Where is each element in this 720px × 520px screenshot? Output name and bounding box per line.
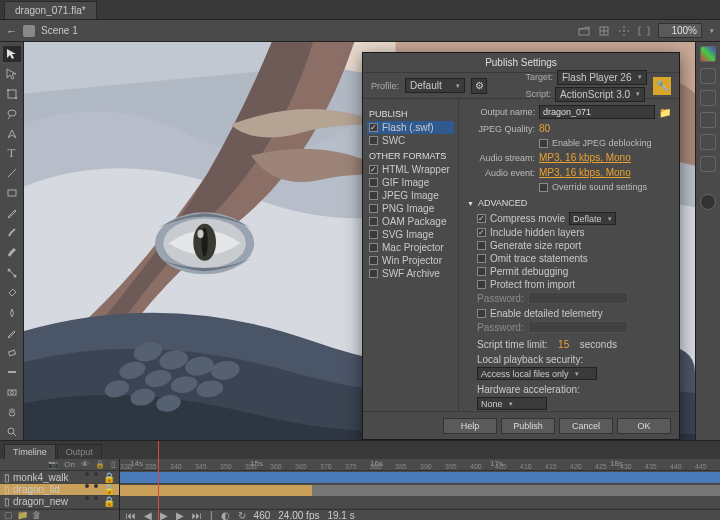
back-icon[interactable]: ← [6, 25, 17, 37]
format-html[interactable]: HTML Wrapper [367, 163, 454, 176]
cc-icon[interactable] [700, 194, 716, 210]
transform-tool[interactable] [3, 86, 21, 102]
new-layer-icon[interactable]: ▢ [4, 510, 13, 520]
file-tab[interactable]: dragon_071.fla* [4, 1, 97, 19]
align-icon[interactable] [700, 68, 716, 84]
info-icon[interactable] [700, 112, 716, 128]
compress-check[interactable] [477, 214, 486, 223]
text-tool[interactable]: T [3, 145, 21, 161]
eraser-tool[interactable] [3, 344, 21, 360]
zoom-input[interactable]: 100% [658, 23, 702, 38]
target-select[interactable]: Flash Player 26▾ [557, 70, 647, 85]
telemetry-check[interactable] [477, 309, 486, 318]
first-frame-icon[interactable]: ⏮ [126, 510, 136, 520]
layer-monk4-walk[interactable]: ▯monk4_walk🔒 [0, 471, 119, 483]
jpeg-deblock-check[interactable] [539, 139, 548, 148]
jpeg-quality-label: JPEG Quality: [467, 124, 535, 134]
format-oam[interactable]: OAM Package [367, 215, 454, 228]
camera-col-icon[interactable]: 📷 [48, 460, 58, 469]
size-report-check[interactable] [477, 241, 486, 250]
output-name-input[interactable]: dragon_071 [539, 105, 655, 119]
publish-button[interactable]: Publish [501, 418, 555, 434]
protect-check[interactable] [477, 280, 486, 289]
hw-accel-select[interactable]: None [477, 397, 547, 410]
hand-tool[interactable] [3, 404, 21, 420]
prev-frame-icon[interactable]: ◀ [144, 510, 152, 520]
brush2-tool[interactable] [3, 245, 21, 261]
zoom-dropdown-icon[interactable]: ▾ [710, 27, 714, 35]
profile-label: Profile: [371, 81, 399, 91]
pencil-tool[interactable] [3, 205, 21, 221]
format-gif[interactable]: GIF Image [367, 176, 454, 189]
override-sound-check[interactable] [539, 183, 548, 192]
eye-col-icon[interactable]: 👁 [81, 460, 89, 469]
timeline-ruler[interactable]: 14s15s16s17s18s3303353403453503553603653… [120, 459, 720, 471]
tab-output[interactable]: Output [57, 444, 102, 459]
format-jpeg[interactable]: JPEG Image [367, 189, 454, 202]
folder-icon[interactable]: 📁 [659, 107, 671, 118]
compress-select[interactable]: Deflate [569, 212, 616, 225]
format-png[interactable]: PNG Image [367, 202, 454, 215]
track-dragon-new[interactable] [120, 496, 720, 508]
profile-options-icon[interactable]: ⚙ [471, 78, 487, 94]
bone-tool[interactable] [3, 265, 21, 281]
track-monk4[interactable] [120, 471, 720, 483]
tab-timeline[interactable]: Timeline [4, 444, 56, 459]
subselect-tool[interactable] [3, 66, 21, 82]
swatches-icon[interactable] [700, 46, 716, 62]
center-icon[interactable] [618, 25, 630, 37]
format-win[interactable]: Win Projector [367, 254, 454, 267]
format-mac[interactable]: Mac Projector [367, 241, 454, 254]
debug-check[interactable] [477, 267, 486, 276]
local-security-select[interactable]: Access local files only [477, 367, 597, 380]
bucket-tool[interactable] [3, 285, 21, 301]
advanced-header[interactable]: ADVANCED [467, 198, 671, 208]
camera-tool[interactable] [3, 384, 21, 400]
scene-name[interactable]: Scene 1 [41, 25, 78, 36]
format-swc[interactable]: SWC [367, 134, 454, 147]
last-frame-icon[interactable]: ⏭ [192, 510, 202, 520]
grid-icon[interactable] [598, 25, 610, 37]
hidden-layers-check[interactable] [477, 228, 486, 237]
delete-layer-icon[interactable]: 🗑 [32, 510, 41, 520]
play-icon[interactable]: ▶ [160, 510, 168, 520]
width-tool[interactable] [3, 364, 21, 380]
cancel-button[interactable]: Cancel [559, 418, 613, 434]
format-swfa[interactable]: SWF Archive [367, 267, 454, 280]
layer-dragon-new[interactable]: ▯dragon_new🔒 [0, 496, 119, 508]
library-icon[interactable] [700, 90, 716, 106]
new-folder-icon[interactable]: 📁 [17, 510, 28, 520]
pen-tool[interactable] [3, 126, 21, 142]
audio-event-link[interactable]: MP3, 16 kbps, Mono [539, 167, 631, 178]
playhead[interactable] [158, 459, 159, 520]
lock-col-icon[interactable]: 🔒 [95, 460, 105, 469]
onion-skin-icon[interactable]: ◐ [221, 510, 230, 520]
rect-tool[interactable] [3, 185, 21, 201]
format-svg[interactable]: SVG Image [367, 228, 454, 241]
audio-stream-link[interactable]: MP3, 16 kbps, Mono [539, 152, 631, 163]
track-dragon-lid[interactable] [120, 484, 720, 496]
help-button[interactable]: Help [443, 418, 497, 434]
brush-tool[interactable] [3, 225, 21, 241]
next-frame-icon[interactable]: ▶ [176, 510, 184, 520]
layer-dragon-lid[interactable]: ▯dragon_lid🔒 [0, 484, 119, 496]
loop-icon[interactable]: ↻ [238, 510, 246, 520]
eyedrop-tool[interactable] [3, 325, 21, 341]
line-tool[interactable] [3, 165, 21, 181]
script-limit-value[interactable]: 15 [558, 339, 569, 350]
history-icon[interactable] [700, 156, 716, 172]
zoom-tool[interactable] [3, 424, 21, 440]
jpeg-quality-value[interactable]: 80 [539, 123, 550, 134]
format-flash[interactable]: Flash (.swf) [367, 121, 454, 134]
bracket-icon[interactable] [638, 25, 650, 37]
selection-tool[interactable] [3, 46, 21, 62]
lasso-tool[interactable] [3, 106, 21, 122]
profile-select[interactable]: Default▾ [405, 78, 465, 93]
ink-tool[interactable] [3, 305, 21, 321]
ok-button[interactable]: OK [617, 418, 671, 434]
omit-trace-check[interactable] [477, 254, 486, 263]
clapper-icon[interactable] [578, 25, 590, 37]
svg-point-12 [8, 110, 16, 116]
wrench-icon[interactable]: 🔧 [653, 77, 671, 95]
transform-panel-icon[interactable] [700, 134, 716, 150]
